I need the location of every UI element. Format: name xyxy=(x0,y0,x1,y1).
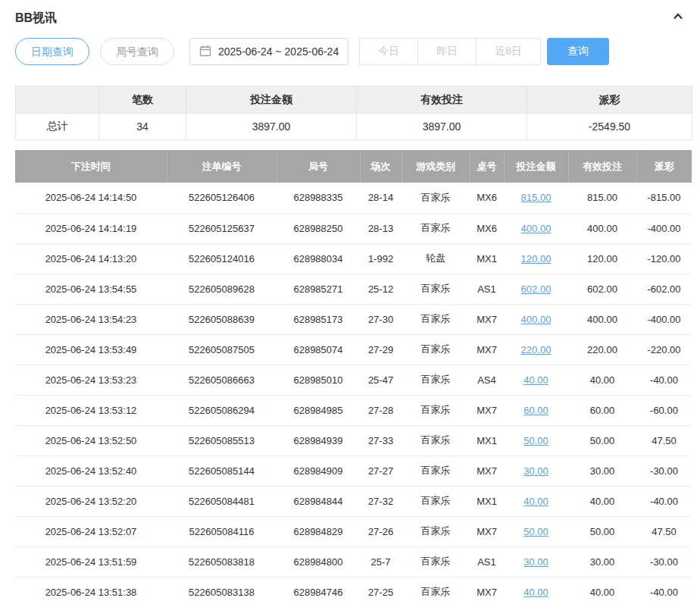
cell-valid: 40.00 xyxy=(568,486,636,516)
bet-amount-link[interactable]: 120.00 xyxy=(521,253,552,265)
bet-amount-link[interactable]: 400.00 xyxy=(521,223,552,234)
cell-session: 28-14 xyxy=(360,183,402,213)
cell-bet: 602.00 xyxy=(504,274,568,304)
cell-time: 2025-06-24 13:54:55 xyxy=(15,274,167,304)
date-query-tab[interactable]: 日期查询 xyxy=(15,38,89,65)
cell-session: 27-30 xyxy=(360,304,402,334)
date-range-input[interactable]: 2025-06-24 ~ 2025-06-24 xyxy=(189,38,348,65)
cell-table-no: MX6 xyxy=(470,183,504,213)
bet-amount-link[interactable]: 50.00 xyxy=(523,526,548,537)
bet-amount-link[interactable]: 30.00 xyxy=(523,556,548,568)
yesterday-button[interactable]: 昨日 xyxy=(417,38,477,65)
table-row: 2025-06-24 13:51:38522605083138628984746… xyxy=(15,577,692,601)
cell-round-no: 628988250 xyxy=(277,213,360,243)
cell-session: 25-7 xyxy=(360,546,402,577)
cell-round-no: 628985074 xyxy=(277,334,360,365)
bet-amount-link[interactable]: 60.00 xyxy=(523,405,548,416)
table-row: 2025-06-24 14:14:19522605125637628988250… xyxy=(15,213,692,243)
cell-table-no: AS4 xyxy=(470,365,504,395)
cell-time: 2025-06-24 13:51:59 xyxy=(15,546,167,577)
cell-valid: 50.00 xyxy=(568,425,636,455)
table-row: 2025-06-24 14:14:50522605126406628988335… xyxy=(15,183,692,213)
cell-payout: -40.00 xyxy=(636,486,692,516)
summary-total-row: 总计 34 3897.00 3897.00 -2549.50 xyxy=(16,114,692,140)
quick-date-button-group: 今日 昨日 近8日 xyxy=(359,38,541,65)
calendar-icon xyxy=(199,45,211,59)
table-row: 2025-06-24 13:52:07522605084116628984829… xyxy=(15,516,692,546)
cell-table-no: MX7 xyxy=(470,304,504,334)
cell-valid: 400.00 xyxy=(568,213,636,243)
bet-amount-link[interactable]: 30.00 xyxy=(523,465,548,477)
cell-session: 27-25 xyxy=(360,577,402,601)
bet-amount-link[interactable]: 815.00 xyxy=(521,192,552,203)
cell-round-no: 628984844 xyxy=(277,486,360,516)
cell-time: 2025-06-24 13:52:20 xyxy=(15,486,167,516)
cell-game: 百家乐 xyxy=(402,304,470,334)
cell-game: 百家乐 xyxy=(402,274,470,304)
cell-valid: 60.00 xyxy=(568,395,636,425)
cell-order-no: 522605084481 xyxy=(167,486,277,516)
cell-payout: 47.50 xyxy=(636,425,692,455)
cell-bet: 30.00 xyxy=(504,546,568,577)
bet-amount-link[interactable]: 400.00 xyxy=(521,314,552,325)
summary-header-valid-bet: 有效投注 xyxy=(357,86,527,114)
col-header-round-no: 局号 xyxy=(277,150,360,183)
bet-amount-link[interactable]: 220.00 xyxy=(521,344,552,355)
cell-table-no: MX7 xyxy=(470,395,504,425)
cell-order-no: 522605089628 xyxy=(167,274,277,304)
cell-round-no: 628985271 xyxy=(277,274,360,304)
cell-time: 2025-06-24 13:52:40 xyxy=(15,455,167,486)
bet-amount-link[interactable]: 40.00 xyxy=(523,374,548,386)
table-row: 2025-06-24 13:51:59522605083818628984800… xyxy=(15,546,692,577)
cell-table-no: MX1 xyxy=(470,486,504,516)
cell-payout: -400.00 xyxy=(636,304,692,334)
table-row: 2025-06-24 13:54:55522605089628628985271… xyxy=(15,274,692,304)
today-button[interactable]: 今日 xyxy=(359,38,418,65)
cell-valid: 400.00 xyxy=(568,304,636,334)
cell-valid: 815.00 xyxy=(568,183,636,213)
cell-order-no: 522605085513 xyxy=(167,425,277,455)
bet-table-body: 2025-06-24 14:14:50522605126406628988335… xyxy=(15,183,692,601)
col-header-session: 场次 xyxy=(360,150,402,183)
bet-amount-link[interactable]: 50.00 xyxy=(523,435,548,446)
cell-game: 百家乐 xyxy=(402,577,470,601)
cell-game: 百家乐 xyxy=(402,183,470,213)
cell-bet: 40.00 xyxy=(504,577,568,601)
table-row: 2025-06-24 13:53:12522605086294628984985… xyxy=(15,395,692,425)
bet-amount-link[interactable]: 40.00 xyxy=(523,496,548,507)
cell-valid: 120.00 xyxy=(568,243,636,274)
cell-game: 轮盘 xyxy=(402,243,470,274)
cell-valid: 30.00 xyxy=(568,455,636,486)
summary-header-bet-amount: 投注金额 xyxy=(186,86,357,114)
cell-time: 2025-06-24 14:14:50 xyxy=(15,183,167,213)
bet-amount-link[interactable]: 40.00 xyxy=(523,587,548,598)
cell-session: 27-32 xyxy=(360,486,402,516)
cell-valid: 40.00 xyxy=(568,365,636,395)
cell-round-no: 628984800 xyxy=(277,546,360,577)
search-button[interactable]: 查询 xyxy=(547,38,609,65)
date-range-value: 2025-06-24 ~ 2025-06-24 xyxy=(218,45,339,58)
chevron-up-icon xyxy=(671,10,685,27)
cell-round-no: 628984909 xyxy=(277,455,360,486)
cell-session: 25-12 xyxy=(360,274,402,304)
cell-bet: 220.00 xyxy=(504,334,568,365)
cell-bet: 120.00 xyxy=(504,243,568,274)
cell-game: 百家乐 xyxy=(402,395,470,425)
collapse-panel-button[interactable] xyxy=(671,10,685,27)
cell-bet: 30.00 xyxy=(504,455,568,486)
table-row: 2025-06-24 14:13:20522605124016628988034… xyxy=(15,243,692,274)
cell-time: 2025-06-24 13:54:23 xyxy=(15,304,167,334)
cell-time: 2025-06-24 13:51:38 xyxy=(15,577,167,601)
col-header-payout: 派彩 xyxy=(636,150,692,183)
summary-total-label: 总计 xyxy=(16,114,99,140)
cell-round-no: 628988335 xyxy=(277,183,360,213)
cell-table-no: MX7 xyxy=(470,455,504,486)
bet-amount-link[interactable]: 602.00 xyxy=(521,283,552,295)
last-8-days-button[interactable]: 近8日 xyxy=(476,38,541,65)
cell-valid: 50.00 xyxy=(568,516,636,546)
table-row: 2025-06-24 13:53:49522605087505628985074… xyxy=(15,334,692,365)
round-query-tab[interactable]: 局号查询 xyxy=(100,38,174,65)
cell-valid: 220.00 xyxy=(568,334,636,365)
cell-bet: 40.00 xyxy=(504,486,568,516)
summary-bet-amount-value: 3897.00 xyxy=(186,114,357,140)
